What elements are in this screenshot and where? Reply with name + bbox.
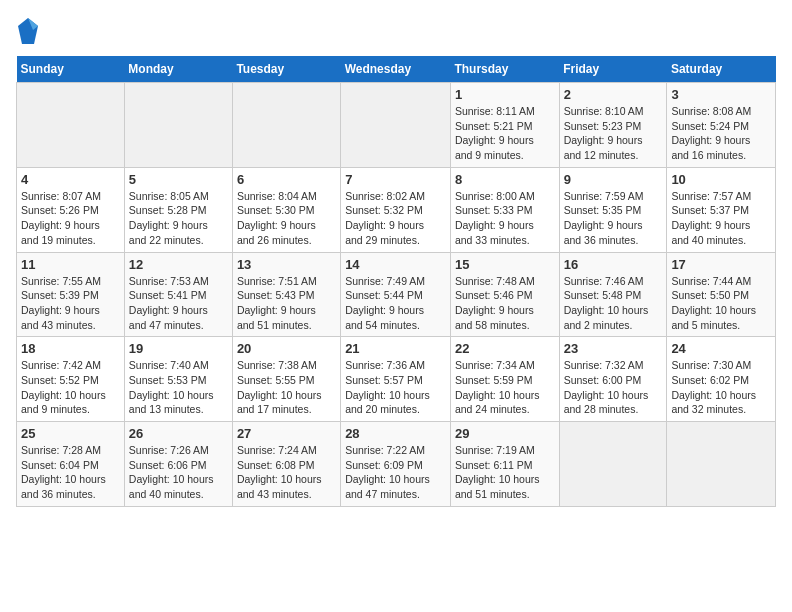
calendar-cell: 18Sunrise: 7:42 AMSunset: 5:52 PMDayligh… (17, 337, 125, 422)
calendar-cell: 14Sunrise: 7:49 AMSunset: 5:44 PMDayligh… (341, 252, 451, 337)
calendar-cell (559, 422, 667, 507)
day-number: 20 (237, 341, 336, 356)
calendar-cell: 10Sunrise: 7:57 AMSunset: 5:37 PMDayligh… (667, 167, 776, 252)
day-info: Sunrise: 7:42 AMSunset: 5:52 PMDaylight:… (21, 358, 120, 417)
calendar-cell: 12Sunrise: 7:53 AMSunset: 5:41 PMDayligh… (124, 252, 232, 337)
day-number: 15 (455, 257, 555, 272)
day-info: Sunrise: 7:19 AMSunset: 6:11 PMDaylight:… (455, 443, 555, 502)
page-header (16, 16, 776, 46)
day-info: Sunrise: 7:32 AMSunset: 6:00 PMDaylight:… (564, 358, 663, 417)
day-info: Sunrise: 7:26 AMSunset: 6:06 PMDaylight:… (129, 443, 228, 502)
calendar-cell: 28Sunrise: 7:22 AMSunset: 6:09 PMDayligh… (341, 422, 451, 507)
weekday-header-thursday: Thursday (450, 56, 559, 83)
day-number: 19 (129, 341, 228, 356)
calendar-cell: 20Sunrise: 7:38 AMSunset: 5:55 PMDayligh… (232, 337, 340, 422)
day-info: Sunrise: 8:02 AMSunset: 5:32 PMDaylight:… (345, 189, 446, 248)
day-number: 5 (129, 172, 228, 187)
day-number: 7 (345, 172, 446, 187)
day-info: Sunrise: 7:30 AMSunset: 6:02 PMDaylight:… (671, 358, 771, 417)
day-number: 10 (671, 172, 771, 187)
calendar-table: SundayMondayTuesdayWednesdayThursdayFrid… (16, 56, 776, 507)
calendar-cell: 1Sunrise: 8:11 AMSunset: 5:21 PMDaylight… (450, 83, 559, 168)
day-info: Sunrise: 8:11 AMSunset: 5:21 PMDaylight:… (455, 104, 555, 163)
day-info: Sunrise: 7:46 AMSunset: 5:48 PMDaylight:… (564, 274, 663, 333)
day-number: 16 (564, 257, 663, 272)
calendar-cell: 7Sunrise: 8:02 AMSunset: 5:32 PMDaylight… (341, 167, 451, 252)
weekday-header-tuesday: Tuesday (232, 56, 340, 83)
calendar-cell: 16Sunrise: 7:46 AMSunset: 5:48 PMDayligh… (559, 252, 667, 337)
day-info: Sunrise: 7:34 AMSunset: 5:59 PMDaylight:… (455, 358, 555, 417)
calendar-cell: 17Sunrise: 7:44 AMSunset: 5:50 PMDayligh… (667, 252, 776, 337)
day-number: 25 (21, 426, 120, 441)
calendar-cell (232, 83, 340, 168)
day-info: Sunrise: 8:00 AMSunset: 5:33 PMDaylight:… (455, 189, 555, 248)
calendar-cell: 23Sunrise: 7:32 AMSunset: 6:00 PMDayligh… (559, 337, 667, 422)
day-number: 9 (564, 172, 663, 187)
day-number: 28 (345, 426, 446, 441)
calendar-cell: 9Sunrise: 7:59 AMSunset: 5:35 PMDaylight… (559, 167, 667, 252)
day-info: Sunrise: 7:53 AMSunset: 5:41 PMDaylight:… (129, 274, 228, 333)
day-number: 26 (129, 426, 228, 441)
day-number: 12 (129, 257, 228, 272)
day-info: Sunrise: 7:36 AMSunset: 5:57 PMDaylight:… (345, 358, 446, 417)
day-number: 29 (455, 426, 555, 441)
day-info: Sunrise: 7:44 AMSunset: 5:50 PMDaylight:… (671, 274, 771, 333)
weekday-header-saturday: Saturday (667, 56, 776, 83)
day-number: 8 (455, 172, 555, 187)
day-info: Sunrise: 7:49 AMSunset: 5:44 PMDaylight:… (345, 274, 446, 333)
calendar-cell: 3Sunrise: 8:08 AMSunset: 5:24 PMDaylight… (667, 83, 776, 168)
day-number: 3 (671, 87, 771, 102)
day-info: Sunrise: 7:51 AMSunset: 5:43 PMDaylight:… (237, 274, 336, 333)
day-number: 23 (564, 341, 663, 356)
day-info: Sunrise: 8:07 AMSunset: 5:26 PMDaylight:… (21, 189, 120, 248)
calendar-cell: 27Sunrise: 7:24 AMSunset: 6:08 PMDayligh… (232, 422, 340, 507)
day-info: Sunrise: 7:48 AMSunset: 5:46 PMDaylight:… (455, 274, 555, 333)
day-number: 4 (21, 172, 120, 187)
calendar-cell (667, 422, 776, 507)
day-info: Sunrise: 7:57 AMSunset: 5:37 PMDaylight:… (671, 189, 771, 248)
calendar-cell: 15Sunrise: 7:48 AMSunset: 5:46 PMDayligh… (450, 252, 559, 337)
calendar-cell: 19Sunrise: 7:40 AMSunset: 5:53 PMDayligh… (124, 337, 232, 422)
day-number: 1 (455, 87, 555, 102)
day-number: 21 (345, 341, 446, 356)
day-info: Sunrise: 7:40 AMSunset: 5:53 PMDaylight:… (129, 358, 228, 417)
day-info: Sunrise: 7:38 AMSunset: 5:55 PMDaylight:… (237, 358, 336, 417)
calendar-cell: 21Sunrise: 7:36 AMSunset: 5:57 PMDayligh… (341, 337, 451, 422)
logo (16, 16, 44, 46)
weekday-header-wednesday: Wednesday (341, 56, 451, 83)
calendar-cell: 29Sunrise: 7:19 AMSunset: 6:11 PMDayligh… (450, 422, 559, 507)
calendar-cell: 4Sunrise: 8:07 AMSunset: 5:26 PMDaylight… (17, 167, 125, 252)
logo-icon (16, 16, 40, 46)
calendar-cell: 6Sunrise: 8:04 AMSunset: 5:30 PMDaylight… (232, 167, 340, 252)
calendar-cell: 5Sunrise: 8:05 AMSunset: 5:28 PMDaylight… (124, 167, 232, 252)
day-number: 14 (345, 257, 446, 272)
day-info: Sunrise: 7:22 AMSunset: 6:09 PMDaylight:… (345, 443, 446, 502)
day-number: 17 (671, 257, 771, 272)
day-info: Sunrise: 8:10 AMSunset: 5:23 PMDaylight:… (564, 104, 663, 163)
day-number: 2 (564, 87, 663, 102)
day-info: Sunrise: 8:05 AMSunset: 5:28 PMDaylight:… (129, 189, 228, 248)
calendar-cell (124, 83, 232, 168)
day-info: Sunrise: 7:59 AMSunset: 5:35 PMDaylight:… (564, 189, 663, 248)
calendar-cell: 24Sunrise: 7:30 AMSunset: 6:02 PMDayligh… (667, 337, 776, 422)
calendar-cell (341, 83, 451, 168)
weekday-header-sunday: Sunday (17, 56, 125, 83)
day-info: Sunrise: 8:08 AMSunset: 5:24 PMDaylight:… (671, 104, 771, 163)
day-info: Sunrise: 7:55 AMSunset: 5:39 PMDaylight:… (21, 274, 120, 333)
day-info: Sunrise: 8:04 AMSunset: 5:30 PMDaylight:… (237, 189, 336, 248)
day-number: 6 (237, 172, 336, 187)
calendar-cell: 26Sunrise: 7:26 AMSunset: 6:06 PMDayligh… (124, 422, 232, 507)
day-number: 22 (455, 341, 555, 356)
calendar-cell: 22Sunrise: 7:34 AMSunset: 5:59 PMDayligh… (450, 337, 559, 422)
day-number: 11 (21, 257, 120, 272)
day-number: 13 (237, 257, 336, 272)
calendar-cell: 8Sunrise: 8:00 AMSunset: 5:33 PMDaylight… (450, 167, 559, 252)
calendar-cell (17, 83, 125, 168)
weekday-header-friday: Friday (559, 56, 667, 83)
calendar-cell: 11Sunrise: 7:55 AMSunset: 5:39 PMDayligh… (17, 252, 125, 337)
weekday-header-monday: Monday (124, 56, 232, 83)
calendar-cell: 13Sunrise: 7:51 AMSunset: 5:43 PMDayligh… (232, 252, 340, 337)
day-info: Sunrise: 7:24 AMSunset: 6:08 PMDaylight:… (237, 443, 336, 502)
day-number: 24 (671, 341, 771, 356)
svg-marker-0 (18, 18, 38, 44)
